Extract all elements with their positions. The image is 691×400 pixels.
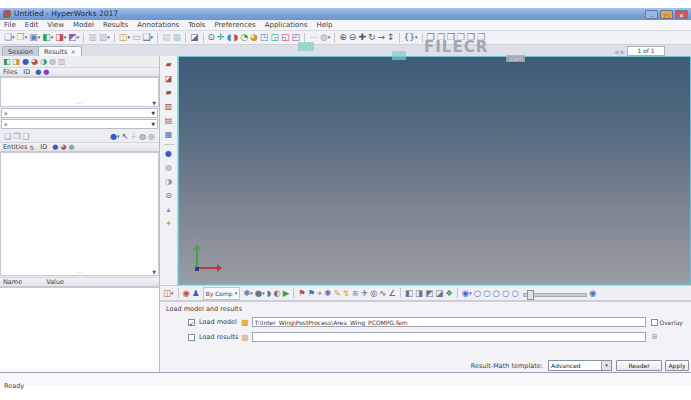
load-model-reader-dropdown-arrow[interactable]: ▾: [171, 290, 174, 296]
select-magnifier-icon[interactable]: ⊙: [207, 31, 217, 44]
clipping-sphere-icon[interactable]: ◐: [272, 287, 281, 300]
flash-bolt-icon[interactable]: ↯: [342, 287, 351, 300]
load-results-checkbox[interactable]: [188, 334, 195, 341]
overlay-checkbox[interactable]: [651, 319, 658, 326]
menu-tools[interactable]: Tools: [188, 21, 205, 29]
tab-close-icon[interactable]: ×: [70, 48, 75, 56]
zoom-out-icon[interactable]: ⊖: [348, 31, 358, 44]
anim-play-icon[interactable]: ○: [492, 287, 501, 300]
simulation-combo[interactable]: ▪ ▼: [1, 119, 158, 129]
load-results-folder-icon[interactable]: ■: [241, 333, 249, 342]
menu-edit[interactable]: Edit: [25, 21, 39, 29]
wireframe-mode-icon[interactable]: ◨: [414, 287, 424, 300]
probe-target-icon[interactable]: ◎: [369, 287, 378, 300]
animation-slider-thumb[interactable]: [527, 290, 534, 300]
save-session-dropdown-arrow[interactable]: ▾: [38, 34, 41, 40]
edges-mode-icon[interactable]: ◩: [424, 287, 434, 300]
open-model-dropdown-arrow[interactable]: ▾: [51, 34, 54, 40]
section-sphere-dropdown-arrow[interactable]: ▾: [262, 290, 265, 296]
maximize-button[interactable]: ▢: [660, 10, 673, 19]
menu-file[interactable]: File: [4, 21, 16, 29]
entity-collapse-icon[interactable]: ❏: [3, 130, 12, 143]
media-export-icon[interactable]: ▨▾: [98, 31, 111, 44]
results-sphere-icon[interactable]: ●: [165, 147, 172, 161]
entity-pointer-icon[interactable]: ↖: [121, 130, 130, 143]
xy-coords-icon[interactable]: {}▾: [403, 31, 419, 44]
trace-path-icon[interactable]: ∿: [378, 287, 387, 300]
menu-model[interactable]: Model: [73, 21, 94, 29]
contour-flag-icon[interactable]: ⚑: [297, 287, 307, 300]
light-tool-icon[interactable]: ✦: [165, 217, 172, 231]
menu-help[interactable]: Help: [316, 21, 332, 29]
load-model-folder-icon[interactable]: ■: [241, 318, 249, 327]
model-path-input[interactable]: [252, 317, 646, 327]
graphics-viewport[interactable]: Y X: [178, 56, 691, 285]
expand-window-icon[interactable]: ❑▾: [141, 31, 154, 44]
anim-settings-icon[interactable]: ◉: [588, 287, 597, 300]
shaded-mode-icon[interactable]: ◧: [404, 287, 414, 300]
files-resize-handle[interactable]: ⋯: [77, 100, 83, 106]
query-tool-icon[interactable]: ⊙: [165, 189, 172, 203]
tracking-system-icon[interactable]: ▰: [165, 86, 171, 100]
image-plane-icon[interactable]: ▦: [165, 128, 173, 142]
bycomp-dropdown-arrow[interactable]: ▾: [235, 290, 238, 296]
simulation-combo-arrow[interactable]: ▼: [151, 121, 157, 127]
transparency-tool-icon[interactable]: ◑: [165, 175, 172, 189]
features-mode-icon[interactable]: ◪: [434, 287, 444, 300]
rotate-view-icon[interactable]: ↻: [367, 31, 377, 44]
template-select-arrow-icon[interactable]: ▾: [601, 361, 611, 370]
animation-slider[interactable]: [523, 289, 585, 298]
entity-isolate-icon[interactable]: ◎: [147, 130, 156, 143]
open-results-dropdown-arrow[interactable]: ▾: [64, 34, 67, 40]
open-results-icon[interactable]: ◨▾: [54, 31, 67, 44]
results-path-input[interactable]: [252, 332, 646, 342]
transparent-mode-icon[interactable]: ❖: [444, 287, 454, 300]
zoom-in-icon[interactable]: ⊕: [338, 31, 348, 44]
open-model-icon[interactable]: ◧▾: [41, 31, 54, 44]
exploded-view-icon[interactable]: ◪: [165, 72, 173, 86]
anim-next-icon[interactable]: ○: [501, 287, 510, 300]
visual-options-dropdown-arrow[interactable]: ▾: [250, 290, 253, 296]
menu-preferences[interactable]: Preferences: [215, 21, 256, 29]
expand-window-dropdown-arrow[interactable]: ▾: [150, 34, 153, 40]
entity-color-sphere-icon[interactable]: ●▾: [109, 130, 121, 143]
visibility-options-dropdown-arrow[interactable]: ▾: [328, 34, 331, 40]
tensor-plot-icon[interactable]: ✱: [323, 287, 332, 300]
unmask-tool-icon[interactable]: ◱: [280, 31, 291, 44]
menu-annotations[interactable]: Annotations: [137, 21, 179, 29]
tracking-arrow-icon[interactable]: ▶: [282, 287, 291, 300]
apply-button[interactable]: Apply: [665, 360, 689, 371]
xy-coords-dropdown-arrow[interactable]: ▾: [415, 34, 418, 40]
animation-mode-icon[interactable]: ◉▾: [461, 287, 473, 300]
pan-tool-icon[interactable]: ◔: [239, 31, 249, 44]
section-cut-icon[interactable]: ▰: [165, 58, 171, 72]
mask-sphere-icon[interactable]: ◍: [165, 161, 172, 175]
media-export-dropdown-arrow[interactable]: ▾: [107, 34, 110, 40]
expand-view-icon[interactable]: ↕: [386, 31, 396, 44]
load-case-combo[interactable]: ▪ ▼: [1, 108, 158, 118]
entity-add-icon[interactable]: +: [129, 130, 138, 143]
section-sphere-icon[interactable]: ●▾: [254, 287, 266, 300]
fit-selection-icon[interactable]: ✛: [216, 31, 226, 44]
save-report-icon[interactable]: ◩▾: [67, 31, 80, 44]
stream-lines-icon[interactable]: ≋: [351, 287, 360, 300]
reader-options-button[interactable]: Reader Options...: [616, 360, 662, 371]
mask-tool-icon[interactable]: ◲: [269, 31, 280, 44]
results-options-icon[interactable]: ⊞: [652, 333, 658, 341]
rotate-cw-icon[interactable]: ◗: [232, 31, 239, 44]
entity-copy-icon[interactable]: ❐: [12, 130, 21, 143]
legend-wheel-icon[interactable]: ◉: [182, 287, 191, 300]
copy-image-icon[interactable]: ▥: [87, 31, 98, 44]
page-layout-dropdown-arrow[interactable]: ▾: [127, 34, 130, 40]
open-session-icon[interactable]: ❐▾: [16, 31, 29, 44]
bycomp-dropdown[interactable]: By Comp ▾: [203, 287, 241, 300]
spin-tool-icon[interactable]: ◕: [249, 31, 259, 44]
text-view-icon[interactable]: ▤: [161, 31, 172, 44]
swap-windows-icon[interactable]: ▭: [131, 31, 142, 44]
visibility-options-icon[interactable]: ◍▾: [319, 31, 331, 44]
tree-collapse-arrow[interactable]: ▼: [152, 269, 156, 275]
new-session-dropdown-arrow[interactable]: ▾: [12, 34, 15, 40]
animation-mode-dropdown-arrow[interactable]: ▾: [469, 290, 472, 296]
load-model-reader-icon[interactable]: ◫▾: [162, 287, 175, 300]
close-button[interactable]: ✕: [675, 10, 688, 19]
